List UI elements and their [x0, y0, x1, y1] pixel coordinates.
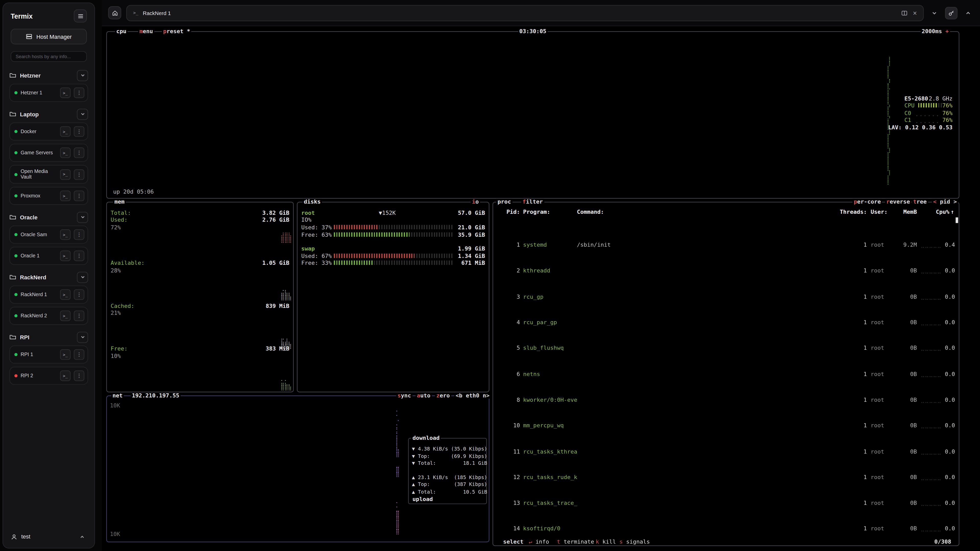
footer-select[interactable]: select: [502, 538, 525, 545]
home-button[interactable]: [108, 6, 121, 19]
user-menu-button[interactable]: [77, 532, 87, 541]
host-terminal-button[interactable]: >_: [60, 191, 71, 202]
terminal[interactable]: cpu menu preset * 03:30:05 2000ms + ⢸ ⢸ …: [102, 26, 980, 551]
host-more-button[interactable]: ⋮: [74, 349, 84, 360]
host-terminal-button[interactable]: >_: [60, 251, 71, 262]
proc-row[interactable]: 1 systemd /sbin/init 1 root 9.2M 0.4: [498, 242, 954, 249]
header-program[interactable]: Program:: [523, 209, 550, 215]
split-view-icon[interactable]: [901, 10, 907, 16]
search-input[interactable]: [11, 51, 87, 62]
proc-row[interactable]: 6 netns 1 root 0B 0.0: [498, 371, 954, 378]
panel-down-button[interactable]: [929, 7, 940, 18]
proc-row[interactable]: 12 rcu_tasks_rude_k 1 root 0B 0.0: [498, 474, 954, 481]
host-more-button[interactable]: ⋮: [74, 87, 84, 98]
header-cpu[interactable]: Cpu%: [933, 209, 950, 215]
host-item[interactable]: Oracle Sam >_ ⋮: [10, 226, 88, 244]
io-mode-tag[interactable]: io: [471, 199, 480, 205]
host-terminal-button[interactable]: >_: [60, 311, 71, 321]
header-mem[interactable]: MemB: [892, 209, 917, 215]
host-more-button[interactable]: ⋮: [74, 311, 84, 321]
sidebar-footer[interactable]: test: [3, 526, 94, 548]
group-collapse-button[interactable]: [77, 70, 88, 81]
proc-reverse-tag[interactable]: reverse: [885, 199, 912, 205]
group-collapse-button[interactable]: [77, 212, 88, 223]
net-interface-tag[interactable]: <b eth0 n>: [454, 392, 491, 399]
header-pid[interactable]: Pid:: [498, 209, 520, 215]
proc-row[interactable]: 8 kworker/0:0H-eve 1 root 0B 0.0: [498, 397, 954, 404]
host-more-button[interactable]: ⋮: [74, 251, 84, 262]
group-collapse-button[interactable]: [77, 332, 88, 343]
host-item[interactable]: Game Servers >_ ⋮: [10, 144, 88, 162]
header-threads[interactable]: Threads:: [818, 209, 867, 215]
proc-tree-tag[interactable]: tree: [912, 199, 928, 205]
menu-tag[interactable]: menu: [138, 28, 154, 34]
proc-user: root: [870, 526, 884, 532]
footer-terminate[interactable]: t terminate: [555, 538, 595, 545]
header-user[interactable]: User:: [870, 209, 887, 215]
proc-filter-tag[interactable]: filter: [521, 199, 544, 205]
update-interval-tag[interactable]: 2000ms +: [920, 28, 950, 34]
header-command[interactable]: Command:: [577, 209, 604, 215]
proc-row[interactable]: 5 slub_flushwq 1 root 0B 0.0: [498, 345, 954, 352]
host-terminal-button[interactable]: >_: [60, 126, 71, 137]
host-more-button[interactable]: ⋮: [74, 289, 84, 300]
host-terminal-button[interactable]: >_: [60, 371, 71, 381]
host-item[interactable]: Open Media Vault >_ ⋮: [10, 165, 88, 184]
host-terminal-button[interactable]: >_: [60, 230, 71, 240]
host-terminal-button[interactable]: >_: [60, 169, 71, 180]
group-header[interactable]: Laptop: [10, 109, 88, 119]
host-more-button[interactable]: ⋮: [74, 148, 84, 158]
host-more-button[interactable]: ⋮: [74, 371, 84, 381]
proc-row[interactable]: 11 rcu_tasks_kthrea 1 root 0B 0.0: [498, 448, 954, 455]
proc-row[interactable]: 10 mm_percpu_wq 1 root 0B 0.0: [498, 422, 954, 430]
host-item[interactable]: Proxmox >_ ⋮: [10, 187, 88, 205]
panel-up-button[interactable]: [963, 7, 974, 18]
footer-kill[interactable]: k kill: [594, 538, 617, 545]
host-name: RackNerd 1: [21, 292, 57, 298]
footer-signals[interactable]: s signals: [618, 538, 651, 545]
group-header[interactable]: RPI: [10, 332, 88, 343]
host-more-button[interactable]: ⋮: [74, 230, 84, 240]
proc-percore-tag[interactable]: per-core: [853, 199, 882, 205]
admin-key-button[interactable]: [945, 6, 958, 19]
proc-cursor: [956, 218, 958, 223]
preset-tag[interactable]: preset *: [162, 28, 191, 34]
host-manager-button[interactable]: Host Manager: [11, 29, 87, 44]
net-auto-tag[interactable]: auto: [416, 392, 432, 399]
host-item[interactable]: RackNerd 1 >_ ⋮: [10, 286, 88, 304]
proc-sort-selector[interactable]: < pid >: [932, 199, 958, 205]
host-terminal-button[interactable]: >_: [60, 289, 71, 300]
terminal-tab[interactable]: >_ RackNerd 1 ×: [126, 5, 924, 21]
sidebar-menu-button[interactable]: [74, 10, 87, 22]
host-item[interactable]: Hetzner 1 >_ ⋮: [10, 84, 88, 102]
host-status-dot: [14, 353, 18, 356]
tab-close-button[interactable]: ×: [913, 10, 917, 16]
group-header[interactable]: RackNerd: [10, 272, 88, 283]
host-item[interactable]: RPI 2 >_ ⋮: [10, 367, 88, 385]
host-status-dot: [14, 91, 18, 94]
group-collapse-button[interactable]: [77, 272, 88, 283]
host-item[interactable]: RackNerd 2 >_ ⋮: [10, 307, 88, 325]
host-terminal-button[interactable]: >_: [60, 87, 71, 98]
host-terminal-button[interactable]: >_: [60, 349, 71, 360]
host-item[interactable]: Oracle 1 >_ ⋮: [10, 247, 88, 265]
net-sync-tag[interactable]: sync: [396, 392, 412, 399]
proc-row[interactable]: 3 rcu_gp 1 root 0B 0.0: [498, 293, 954, 300]
swap-free-meter: [334, 260, 454, 265]
group-header[interactable]: Oracle: [10, 212, 88, 223]
proc-row[interactable]: 13 rcu_tasks_trace_ 1 root 0B 0.0: [498, 500, 954, 507]
proc-row[interactable]: 4 rcu_par_gp 1 root 0B 0.0: [498, 319, 954, 326]
host-item[interactable]: Docker >_ ⋮: [10, 122, 88, 141]
host-more-button[interactable]: ⋮: [74, 126, 84, 137]
host-more-button[interactable]: ⋮: [74, 191, 84, 202]
proc-row[interactable]: 14 ksoftirqd/0 1 root 0B 0.0: [498, 526, 954, 533]
group-collapse-button[interactable]: [77, 108, 88, 120]
proc-row[interactable]: 2 kthreadd 1 root 0B 0.0: [498, 268, 954, 275]
net-zero-tag[interactable]: zero: [435, 392, 451, 399]
host-item[interactable]: RPI 1 >_ ⋮: [10, 346, 88, 364]
group-header[interactable]: Hetzner: [10, 70, 88, 81]
footer-info[interactable]: ↵ info: [528, 538, 550, 545]
host-terminal-button[interactable]: >_: [60, 148, 71, 158]
host-more-button[interactable]: ⋮: [74, 169, 84, 180]
mem-cached-value: 839 MiB: [266, 303, 290, 309]
